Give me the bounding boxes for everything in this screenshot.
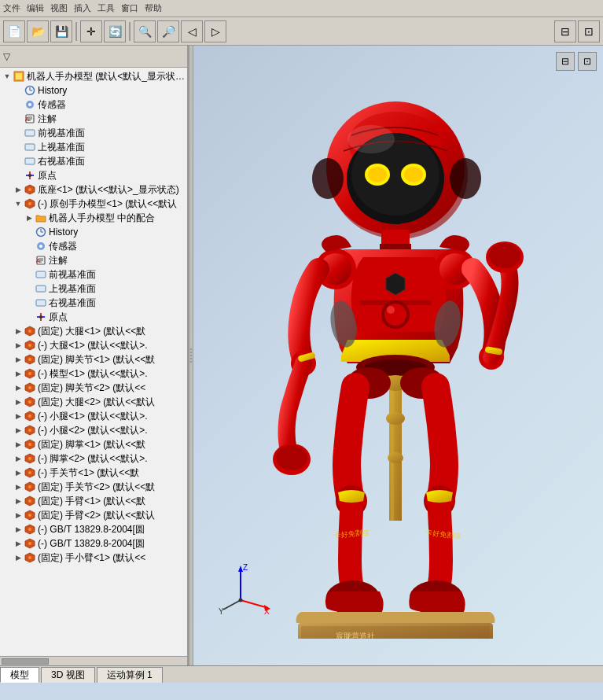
menu-bar[interactable]: 文件 编辑 视图 插入 工具 窗口 帮助	[0, 0, 603, 17]
expand-icon[interactable]: ▶	[13, 382, 24, 393]
expand-icon[interactable]	[13, 85, 24, 96]
tree-item[interactable]: ▶ (-) 手关节<1> (默认<<默	[0, 466, 187, 480]
expand-icon[interactable]	[13, 127, 24, 138]
tree-item[interactable]: ▶ 底座<1> (默认<<默认>_显示状态)	[0, 182, 187, 197]
expand-icon[interactable]: ▶	[13, 552, 24, 563]
tree-item[interactable]: ▶ (固定) 脚掌<1> (默认<<默	[0, 437, 187, 451]
tree-node-label: (-) 大腿<1> (默认<<默认>.	[38, 339, 148, 352]
zoom-out-button[interactable]: 🔎	[157, 20, 179, 42]
tree-item[interactable]: ▶ (-) GB/T 13829.8-2004[圆	[0, 522, 187, 536]
view-btn1[interactable]: ⊟	[554, 20, 576, 42]
expand-icon[interactable]	[24, 283, 35, 294]
rotate-button[interactable]: 🔄	[104, 20, 126, 42]
tab-3dview[interactable]: 3D 视图	[41, 667, 95, 683]
expand-icon[interactable]	[24, 311, 35, 322]
feature-tree[interactable]: ▼ 机器人手办模型 (默认<默认_显示状态) History 传感器	[0, 68, 187, 656]
menu-item[interactable]: 插入	[74, 2, 91, 14]
expand-icon[interactable]: ▶	[13, 467, 24, 478]
3d-viewport[interactable]: ⊟ ⊡	[193, 46, 603, 665]
tree-item[interactable]: 原点	[0, 168, 187, 182]
expand-icon[interactable]	[13, 99, 24, 110]
tree-item[interactable]: History	[0, 83, 187, 98]
open-button[interactable]: 📂	[27, 20, 49, 42]
expand-icon[interactable]	[24, 255, 35, 266]
expand-icon[interactable]	[24, 297, 35, 308]
expand-icon[interactable]: ▶	[13, 439, 24, 450]
expand-icon[interactable]: ▼	[13, 198, 24, 209]
menu-item[interactable]: 文件	[3, 2, 20, 14]
expand-icon[interactable]: ▶	[13, 326, 24, 337]
tree-item[interactable]: ▶ (固定) 手小臂<1> (默认<<	[0, 551, 187, 565]
tree-item[interactable]: 前视基准面	[0, 267, 187, 282]
tree-item[interactable]: ▶ (-) 大腿<1> (默认<<默认>.	[0, 338, 187, 352]
expand-icon[interactable]: ▶	[13, 453, 24, 464]
tree-item[interactable]: ▼ (-) 原创手办模型<1> (默认<<默认	[0, 197, 187, 211]
tree-item[interactable]: 传感器	[0, 239, 187, 253]
horizontal-scrollbar[interactable]	[0, 656, 187, 665]
tree-item[interactable]: ▶ (固定) 大腿<2> (默认<<默认	[0, 395, 187, 409]
tree-item[interactable]: ▶ (固定) 手关节<2> (默认<<默	[0, 480, 187, 494]
tree-root-item[interactable]: ▼ 机器人手办模型 (默认<默认_显示状态)	[0, 69, 187, 83]
tab-model[interactable]: 模型	[0, 667, 39, 683]
view-btn2[interactable]: ⊡	[578, 20, 600, 42]
tree-item[interactable]: ▶ (固定) 脚关节<1> (默认<<默	[0, 352, 187, 367]
expand-icon[interactable]: ▶	[13, 184, 24, 195]
expand-icon[interactable]	[13, 113, 24, 124]
tree-item[interactable]: History	[0, 225, 187, 239]
new-button[interactable]: 📄	[3, 20, 25, 42]
tree-item[interactable]: ▶ (固定) 脚关节<2> (默认<<	[0, 381, 187, 395]
expand-icon[interactable]: ▶	[13, 538, 24, 549]
tree-item[interactable]: ▶ (固定) 大腿<1> (默认<<默	[0, 324, 187, 338]
expand-icon[interactable]	[24, 241, 35, 252]
menu-item[interactable]: 窗口	[121, 2, 138, 14]
tree-item[interactable]: 传感器	[0, 98, 187, 112]
tab-motion[interactable]: 运动算例 1	[97, 667, 163, 683]
tree-item[interactable]: ▶ (固定) 手臂<2> (默认<<默认	[0, 508, 187, 522]
menu-item[interactable]: 帮助	[145, 2, 162, 14]
expand-icon[interactable]: ▶	[24, 212, 35, 223]
tree-node-icon	[24, 523, 36, 536]
tree-item[interactable]: 上视基准面	[0, 282, 187, 296]
tree-item[interactable]: ▶ (-) 小腿<1> (默认<<默认>.	[0, 409, 187, 423]
expand-icon[interactable]: ▶	[13, 510, 24, 521]
expand-icon[interactable]: ▼	[2, 71, 13, 82]
expand-icon[interactable]: ▶	[13, 340, 24, 351]
tree-item[interactable]: ▶ (固定) 手臂<1> (默认<<默	[0, 494, 187, 508]
tree-item[interactable]: 前视基准面	[0, 126, 187, 140]
tree-item[interactable]: ▶ (-) 脚掌<2> (默认<<默认>.	[0, 451, 187, 466]
expand-icon[interactable]	[24, 269, 35, 280]
tree-item[interactable]: ▶ 机器人手办模型 中的配合	[0, 211, 187, 225]
zoom-in-button[interactable]: 🔍	[134, 20, 156, 42]
move-button[interactable]: ✛	[80, 20, 102, 42]
tree-item[interactable]: 右视基准面	[0, 296, 187, 310]
tree-item[interactable]: A 注解	[0, 253, 187, 267]
expand-icon[interactable]: ▶	[13, 425, 24, 436]
tree-item[interactable]: A 注解	[0, 112, 187, 126]
tree-item[interactable]: ▶ (-) 模型<1> (默认<<默认>.	[0, 367, 187, 381]
next-button[interactable]: ▷	[204, 20, 226, 42]
tab-motion-label: 运动算例 1	[107, 669, 153, 682]
expand-icon[interactable]	[13, 156, 24, 167]
expand-icon[interactable]: ▶	[13, 354, 24, 365]
menu-item[interactable]: 视图	[50, 2, 68, 14]
prev-button[interactable]: ◁	[181, 20, 203, 42]
expand-icon[interactable]	[13, 170, 24, 181]
expand-icon[interactable]: ▶	[13, 368, 24, 379]
expand-icon[interactable]	[13, 142, 24, 153]
expand-icon[interactable]: ▶	[13, 481, 24, 492]
expand-icon[interactable]: ▶	[13, 524, 24, 535]
expand-icon[interactable]: ▶	[13, 411, 24, 422]
scrollbar-thumb[interactable]	[2, 658, 49, 665]
tree-item[interactable]: 右视基准面	[0, 154, 187, 168]
tree-item[interactable]: 上视基准面	[0, 140, 187, 154]
expand-icon[interactable]	[24, 227, 35, 238]
filter-icon[interactable]: ▽	[3, 51, 10, 62]
expand-icon[interactable]: ▶	[13, 496, 24, 507]
save-button[interactable]: 💾	[50, 20, 72, 42]
expand-icon[interactable]: ▶	[13, 396, 24, 407]
tree-item[interactable]: ▶ (-) GB/T 13829.8-2004[圆	[0, 536, 187, 551]
menu-item[interactable]: 编辑	[27, 2, 44, 14]
tree-item[interactable]: ▶ (-) 小腿<2> (默认<<默认>.	[0, 423, 187, 437]
tree-item[interactable]: 原点	[0, 310, 187, 324]
menu-item[interactable]: 工具	[97, 2, 115, 14]
